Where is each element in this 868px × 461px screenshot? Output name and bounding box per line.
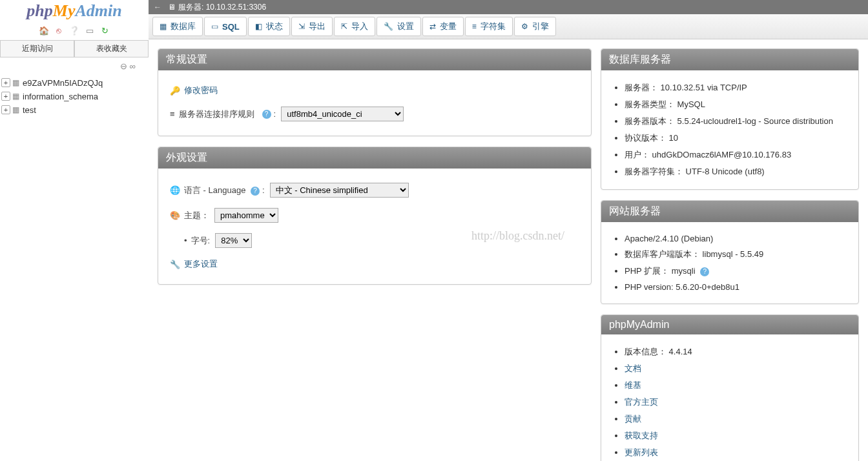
status-icon: ◧ — [255, 22, 262, 31]
logo[interactable]: phpMyAdmin — [0, 0, 149, 23]
list-item: Apache/2.4.10 (Debian) — [625, 231, 847, 246]
top-menu: ▦数据库 ▭SQL ◧状态 ⇲导出 ⇱导入 🔧设置 ⇄变量 ≡字符集 ⚙引擎 — [149, 14, 868, 39]
database-icon: ▦ — [12, 105, 19, 114]
logo-my: My — [53, 1, 76, 20]
sql-icon: ▭ — [211, 22, 218, 31]
pma-panel: phpMyAdmin 版本信息： 4.4.14 文档 维基 官方主页 贡献 获取… — [601, 314, 859, 461]
help-icon[interactable]: ? — [700, 267, 709, 276]
list-item: 官方主页 — [625, 394, 847, 411]
tab-status[interactable]: ◧状态 — [248, 17, 290, 36]
tab-sql[interactable]: ▭SQL — [204, 17, 247, 36]
import-icon: ⇱ — [341, 22, 347, 31]
pma-link-wiki[interactable]: 维基 — [625, 380, 641, 390]
list-item: 用户： uhdGkDOmacz6lAMF@10.10.176.83 — [625, 147, 847, 163]
list-item: 服务器类型： MySQL — [625, 96, 847, 113]
panel-title: 网站服务器 — [601, 201, 858, 222]
db-item[interactable]: +▦test — [1, 103, 149, 117]
right-column: 数据库服务器 服务器： 10.10.32.51 via TCP/IP 服务器类型… — [601, 48, 859, 461]
expand-icon[interactable]: + — [1, 105, 10, 114]
panel-title: 外观设置 — [158, 147, 591, 169]
server-label: 服务器: 10.10.32.51:3306 — [178, 2, 266, 13]
fontsize-select[interactable]: 82% — [215, 233, 252, 248]
reload-icon[interactable]: ↻ — [99, 26, 110, 36]
collation-label: 服务器连接排序规则 — [179, 108, 254, 120]
sidebar-quick-icons: 🏠 ⎋ ❔ ▭ ↻ — [0, 23, 149, 40]
web-server-panel: 网站服务器 Apache/2.4.10 (Debian) 数据库客户端版本： l… — [601, 200, 859, 304]
gear-icon: 🔧 — [384, 22, 393, 31]
tab-import[interactable]: ⇱导入 — [334, 17, 375, 36]
list-icon: ≡ — [170, 109, 175, 119]
pma-link-docs[interactable]: 文档 — [625, 364, 641, 373]
list-item: 协议版本： 10 — [625, 130, 847, 147]
language-select[interactable]: 中文 - Chinese simplified — [270, 183, 409, 198]
db-item[interactable]: +▦information_schema — [1, 90, 149, 103]
language-label: 语言 - Language — [184, 185, 245, 195]
charset-icon: ≡ — [472, 22, 477, 31]
tab-export[interactable]: ⇲导出 — [291, 17, 333, 36]
docs-icon[interactable]: ❔ — [69, 26, 79, 36]
pma-link-support[interactable]: 获取支持 — [625, 431, 658, 440]
server-icon: 🖥 — [168, 3, 176, 12]
list-item: 版本信息： 4.4.14 — [625, 343, 847, 360]
theme-icon: 🎨 — [170, 210, 180, 220]
panel-title: 常规设置 — [158, 49, 591, 70]
theme-select[interactable]: pmahomme — [214, 208, 278, 223]
list-item: 维基 — [625, 377, 847, 394]
list-item: 文档 — [625, 360, 847, 377]
tab-favorites[interactable]: 表收藏夹 — [74, 40, 149, 57]
main-area: ← 🖥 服务器: 10.10.32.51:3306 ▦数据库 ▭SQL ◧状态 … — [149, 0, 868, 461]
database-tree: +▦e9ZaVPMn5IADzQJq +▦information_schema … — [0, 74, 149, 117]
change-password-link[interactable]: 修改密码 — [184, 85, 218, 96]
expand-icon[interactable]: + — [1, 78, 10, 87]
list-item: 贡献 — [625, 411, 847, 427]
panel-title: phpMyAdmin — [601, 315, 858, 334]
more-settings-link[interactable]: 更多设置 — [184, 258, 218, 270]
pma-link-home[interactable]: 官方主页 — [625, 397, 658, 407]
list-item: 数据库客户端版本： libmysql - 5.5.49 — [625, 246, 847, 263]
tree-toggle[interactable]: ⊖ ∞ — [0, 57, 149, 74]
database-icon: ▦ — [12, 78, 19, 87]
panel-title: 数据库服务器 — [601, 49, 858, 70]
export-icon: ⇲ — [298, 22, 305, 31]
collation-select[interactable]: utf8mb4_unicode_ci — [281, 107, 404, 121]
expand-icon[interactable]: + — [1, 92, 10, 101]
tab-recent[interactable]: 近期访问 — [0, 40, 74, 57]
left-column: 常规设置 🔑 修改密码 ≡ 服务器连接排序规则 ?: utf8mb4_unico… — [158, 48, 592, 285]
pma-link-contrib[interactable]: 贡献 — [625, 414, 641, 424]
var-icon: ⇄ — [429, 22, 436, 31]
list-item: 获取支持 — [625, 427, 847, 444]
list-item: 服务器版本： 5.5.24-ucloudrel1-log - Source di… — [625, 113, 847, 130]
database-icon: ▦ — [12, 92, 19, 101]
logo-admin: Admin — [75, 1, 121, 20]
db-server-panel: 数据库服务器 服务器： 10.10.32.51 via TCP/IP 服务器类型… — [601, 48, 859, 190]
sql-icon[interactable]: ▭ — [85, 26, 95, 36]
pma-link-updates[interactable]: 更新列表 — [625, 447, 658, 457]
tab-charsets[interactable]: ≡字符集 — [465, 17, 513, 36]
fontsize-label: 字号: — [191, 235, 211, 247]
home-icon[interactable]: 🏠 — [39, 26, 49, 36]
lang-icon: 🌐 — [170, 185, 180, 195]
help-icon[interactable]: ? — [262, 110, 271, 119]
list-item: 更新列表 — [625, 444, 847, 461]
logo-php: php — [26, 1, 52, 20]
tab-engines[interactable]: ⚙引擎 — [514, 17, 556, 36]
tab-variables[interactable]: ⇄变量 — [422, 17, 464, 36]
list-item: PHP version: 5.6.20-0+deb8u1 — [625, 280, 847, 294]
pma-list: 版本信息： 4.4.14 文档 维基 官方主页 贡献 获取支持 更新列表 — [613, 343, 847, 461]
help-icon[interactable]: ? — [251, 187, 260, 196]
sidebar: phpMyAdmin 🏠 ⎋ ❔ ▭ ↻ 近期访问 表收藏夹 ⊖ ∞ +▦e9Z… — [0, 0, 149, 461]
theme-label: 主题： — [184, 210, 209, 221]
db-server-list: 服务器： 10.10.32.51 via TCP/IP 服务器类型： MySQL… — [613, 79, 847, 180]
wrench-icon: 🔧 — [170, 260, 180, 269]
tab-databases[interactable]: ▦数据库 — [152, 17, 203, 36]
list-item: PHP 扩展： mysqli ? — [625, 263, 847, 280]
list-item: 服务器字符集： UTF-8 Unicode (utf8) — [625, 163, 847, 180]
content: 常规设置 🔑 修改密码 ≡ 服务器连接排序规则 ?: utf8mb4_unico… — [149, 39, 868, 461]
tab-settings[interactable]: 🔧设置 — [377, 17, 421, 36]
web-server-list: Apache/2.4.10 (Debian) 数据库客户端版本： libmysq… — [613, 231, 847, 294]
db-item[interactable]: +▦e9ZaVPMn5IADzQJq — [1, 76, 149, 90]
engine-icon: ⚙ — [521, 22, 528, 31]
logout-icon[interactable]: ⎋ — [54, 26, 64, 36]
collapse-sidebar-icon[interactable]: ← — [154, 3, 161, 12]
server-bar: ← 🖥 服务器: 10.10.32.51:3306 — [149, 0, 868, 14]
